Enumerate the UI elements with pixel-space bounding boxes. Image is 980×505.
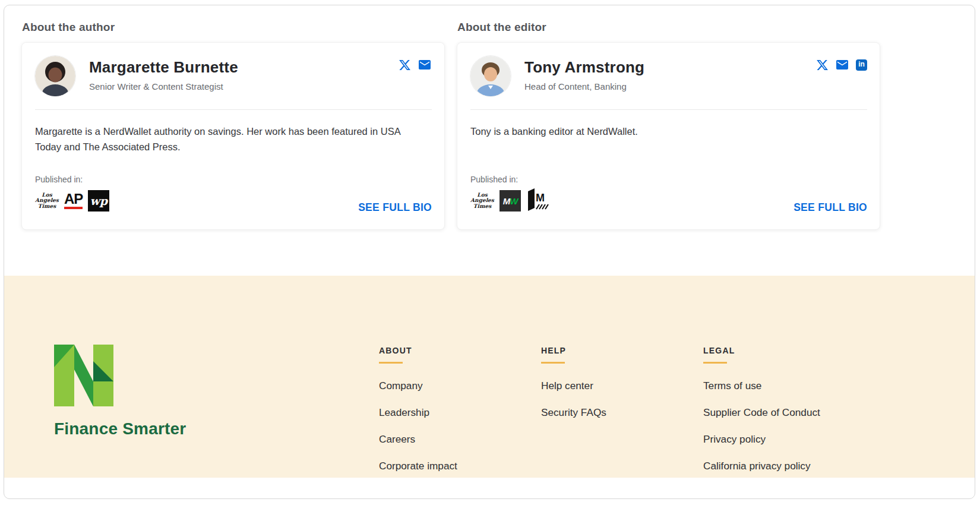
author-social-links bbox=[399, 58, 432, 72]
footer-link-california-privacy[interactable]: California privacy policy bbox=[703, 460, 858, 472]
author-info: Margarette Burnette Senior Writer & Cont… bbox=[89, 56, 238, 91]
linkedin-icon[interactable]: in bbox=[856, 59, 867, 71]
editor-card: Tony Armstrong Head of Content, Banking … bbox=[457, 42, 880, 230]
editor-card-header: Tony Armstrong Head of Content, Banking … bbox=[470, 56, 867, 96]
la-times-logo: Los Angeles Times bbox=[35, 192, 59, 210]
footer-link-corporate-impact[interactable]: Corporate impact bbox=[379, 460, 533, 472]
editor-bio: Tony is a banking editor at NerdWallet. bbox=[470, 124, 861, 139]
author-avatar bbox=[35, 56, 75, 96]
editor-name: Tony Armstrong bbox=[524, 58, 644, 77]
footer-heading-help: HELP bbox=[541, 346, 696, 355]
author-role: Senior Writer & Content Strategist bbox=[89, 81, 238, 91]
gold-rule bbox=[541, 362, 565, 364]
washington-post-logo: wp bbox=[88, 190, 109, 212]
published-in-label: Published in: bbox=[470, 175, 552, 184]
author-card-header: Margarette Burnette Senior Writer & Cont… bbox=[35, 56, 432, 96]
card-divider bbox=[470, 109, 867, 110]
footer-link-security-faqs[interactable]: Security FAQs bbox=[541, 406, 696, 419]
about-author-heading: About the author bbox=[22, 21, 115, 34]
editor-role: Head of Content, Banking bbox=[524, 81, 644, 91]
gold-rule bbox=[379, 362, 403, 364]
footer-column-about: ABOUT Company Leadership Careers Corpora… bbox=[379, 346, 533, 487]
footer-link-leadership[interactable]: Leadership bbox=[379, 406, 533, 419]
author-bio: Margarette is a NerdWallet authority on … bbox=[35, 124, 425, 154]
marketwatch-logo: MW bbox=[500, 190, 521, 212]
footer-link-privacy-policy[interactable]: Privacy policy bbox=[703, 433, 858, 446]
m-publication-logo: M bbox=[526, 188, 552, 213]
footer-link-supplier-code[interactable]: Supplier Code of Conduct bbox=[703, 406, 858, 419]
see-full-bio-link[interactable]: SEE FULL BIO bbox=[358, 201, 432, 214]
editor-publication-logos: Los Angeles Times MW M bbox=[470, 190, 552, 212]
editor-avatar-image bbox=[470, 56, 511, 96]
x-icon[interactable] bbox=[816, 59, 829, 71]
email-icon[interactable] bbox=[835, 58, 849, 72]
author-name: Margarette Burnette bbox=[89, 58, 238, 77]
finance-smarter-tagline: Finance Smarter bbox=[54, 419, 186, 438]
editor-published-block: Published in: Los Angeles Times MW M bbox=[470, 175, 552, 212]
author-card: Margarette Burnette Senior Writer & Cont… bbox=[21, 42, 445, 230]
gold-rule bbox=[703, 362, 727, 364]
footer-link-terms-of-use[interactable]: Terms of use bbox=[703, 380, 858, 392]
nerdwallet-logo[interactable] bbox=[54, 344, 113, 409]
page-window: About the author Margarette Burnette S bbox=[4, 5, 975, 499]
published-in-label: Published in: bbox=[35, 175, 109, 184]
email-icon[interactable] bbox=[418, 58, 432, 72]
see-full-bio-link[interactable]: SEE FULL BIO bbox=[794, 201, 867, 214]
footer-link-company[interactable]: Company bbox=[379, 380, 533, 392]
editor-info: Tony Armstrong Head of Content, Banking bbox=[524, 56, 644, 91]
footer-heading-about: ABOUT bbox=[379, 346, 533, 355]
author-avatar-image bbox=[35, 56, 75, 96]
footer-link-careers[interactable]: Careers bbox=[379, 433, 533, 446]
about-editor-heading: About the editor bbox=[457, 21, 546, 34]
x-icon[interactable] bbox=[399, 59, 411, 71]
footer-column-help: HELP Help center Security FAQs bbox=[541, 346, 696, 433]
footer-heading-legal: LEGAL bbox=[703, 346, 858, 355]
svg-text:M: M bbox=[536, 192, 545, 204]
site-footer: Finance Smarter ABOUT Company Leadership… bbox=[4, 276, 975, 478]
la-times-logo: Los Angeles Times bbox=[470, 192, 494, 210]
author-published-block: Published in: Los Angeles Times AP wp bbox=[35, 175, 109, 212]
footer-column-legal: LEGAL Terms of use Supplier Code of Cond… bbox=[703, 346, 858, 487]
footer-link-help-center[interactable]: Help center bbox=[541, 380, 696, 392]
editor-avatar bbox=[470, 56, 511, 96]
associated-press-logo: AP bbox=[64, 192, 83, 209]
author-publication-logos: Los Angeles Times AP wp bbox=[35, 190, 109, 212]
card-divider bbox=[35, 109, 432, 110]
editor-social-links: in bbox=[816, 58, 867, 72]
